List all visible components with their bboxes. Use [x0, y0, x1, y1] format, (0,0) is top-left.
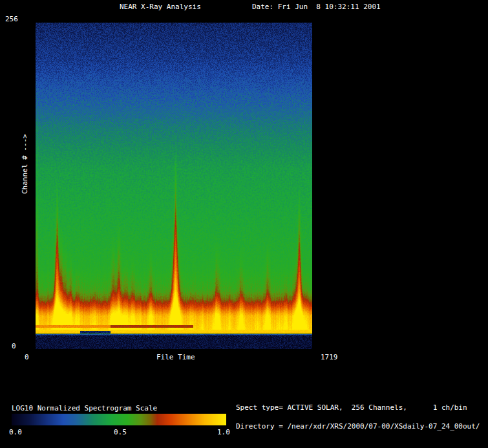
colorbar-tick-max: 1.0: [217, 428, 230, 436]
y-axis-min-tick: 0: [12, 342, 16, 350]
x-axis-label: File Time: [156, 353, 195, 361]
directory-info: Directory = /near/xdr/XRS/2000/07-00/XSd…: [236, 422, 480, 431]
colorbar-tick-min: 0.0: [9, 428, 22, 436]
date-label: Date: Fri Jun 8 10:32:11 2001: [252, 3, 381, 11]
x-axis-max-tick: 1719: [321, 353, 338, 361]
spect-type-info: Spect type= ACTIVE SOLAR, 256 Channels, …: [236, 403, 467, 412]
colorbar-tick-mid: 0.5: [114, 428, 127, 436]
x-axis-min-tick: 0: [25, 353, 29, 361]
colorbar-canvas: [12, 414, 226, 425]
spectrogram-canvas: [36, 23, 312, 349]
y-axis-label: Channel # --->: [21, 134, 29, 194]
app-window: { "header": { "date_label": "Date: Fri J…: [0, 0, 488, 448]
y-axis-max-tick: 256: [5, 15, 18, 23]
page-title: NEAR X-Ray Analysis: [120, 3, 201, 11]
colorbar-title: LOG10 Normalized Spectrogram Scale: [12, 404, 157, 412]
